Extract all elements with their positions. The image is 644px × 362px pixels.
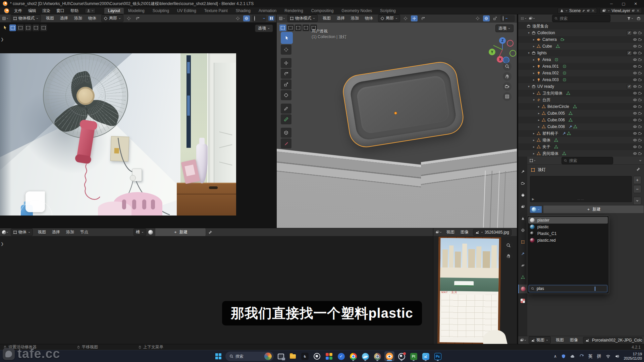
pan-hand-icon[interactable] [503, 72, 512, 81]
menu-item[interactable]: 文件 [11, 7, 25, 14]
properties-tab-modifiers[interactable] [518, 249, 527, 258]
workspace-tab[interactable]: Modeling [124, 8, 148, 14]
slot-expand-arrow[interactable]: ▶ [532, 197, 534, 201]
pause-render-button[interactable] [268, 16, 274, 21]
taskbar-app-blender[interactable] [384, 351, 394, 361]
exclude-checkbox-icon[interactable]: ✓ [627, 84, 632, 89]
shading-material[interactable] [508, 18, 511, 19]
properties-tab-render[interactable] [518, 179, 527, 188]
cloud-icon[interactable] [570, 354, 575, 359]
filter-icon[interactable] [627, 15, 634, 21]
expand-arrow-icon[interactable]: ▸ [532, 132, 536, 135]
viewport-3d[interactable]: 物体模式 视图选择添加物体 局部 选项 [277, 14, 517, 228]
menu-item[interactable]: 节点 [77, 229, 91, 236]
outliner-row[interactable]: ▾Collection✓ [518, 29, 644, 36]
menu-item[interactable]: 物体 [362, 15, 376, 22]
workspace-tab[interactable]: Animation [255, 8, 280, 14]
properties-tab-texture[interactable] [518, 296, 527, 305]
properties-tab-active-tool[interactable] [518, 167, 527, 176]
editor-type-icon[interactable] [2, 229, 9, 235]
workspace-tab[interactable]: Shading [232, 8, 254, 14]
shader-node-editor[interactable]: 物体 视图选择添加节点 槽 ＋新建 ❯ [0, 228, 433, 344]
minimize-button[interactable]: ─ [606, 2, 617, 6]
outliner-row[interactable]: ▸Camera [518, 36, 644, 43]
gizmo-z-axis[interactable]: Z [499, 37, 506, 44]
editor-type-icon[interactable] [2, 15, 9, 21]
taskbar-app-chrome-alt[interactable] [372, 351, 382, 361]
proportional-edit-icon[interactable] [134, 15, 141, 21]
overlays-icon[interactable] [243, 15, 250, 21]
outliner-row[interactable]: ▾UV ready✓ [518, 83, 644, 90]
image-editor-bottom-header[interactable]: 视图 视图图像 Porcelain002_2K-JPG_Color.jp [518, 336, 644, 344]
expand-arrow-icon[interactable]: ▾ [527, 51, 531, 55]
menu-item[interactable]: 视图 [35, 229, 49, 236]
expand-arrow-icon[interactable]: ▸ [532, 152, 536, 155]
properties-tab-material[interactable] [518, 285, 527, 293]
wifi-icon[interactable] [606, 354, 610, 359]
outliner-row[interactable]: ▸房间墙体 [518, 150, 644, 157]
select-mode-invert[interactable] [33, 24, 39, 31]
material-search[interactable] [529, 285, 607, 292]
select-mode-invert[interactable] [303, 24, 309, 31]
workspace-tab[interactable]: Scripting [376, 8, 399, 14]
taskbar-app-task-view[interactable] [276, 351, 286, 361]
slot-specials-button[interactable] [633, 197, 641, 205]
properties-tab-object[interactable] [518, 238, 527, 246]
camera-view-icon[interactable] [503, 82, 512, 91]
navigation-gizmo[interactable]: Z Y X [488, 35, 517, 64]
image-selector[interactable]: Porcelain002_2K-JPG_Color.jp [583, 337, 642, 344]
material-search-input[interactable] [536, 286, 594, 291]
options-dropdown[interactable]: 选项 [255, 24, 273, 32]
show-gizmo-icon[interactable] [234, 15, 241, 21]
select-mode-new[interactable] [9, 24, 16, 31]
taskbar-app-photos[interactable] [421, 351, 431, 361]
expand-arrow-icon[interactable]: ▸ [537, 112, 541, 115]
tool-select-box[interactable] [281, 32, 293, 44]
expand-arrow-icon[interactable]: ▸ [532, 45, 536, 48]
shading-wireframe[interactable] [253, 16, 256, 21]
mode-select[interactable]: 物体模式 [11, 14, 41, 22]
outliner-row[interactable]: ▸Area.003 [518, 76, 644, 83]
taskbar-app-pixpin[interactable] [312, 351, 322, 361]
shading-rendered[interactable] [263, 18, 265, 19]
slot-select[interactable]: 槽 [133, 228, 146, 236]
menu-item[interactable]: 选择 [49, 229, 63, 236]
menu-item[interactable]: 视图 [553, 337, 567, 344]
outliner-search-input[interactable] [559, 16, 597, 21]
pin-icon[interactable] [636, 167, 641, 172]
show-gizmo-icon[interactable] [474, 15, 481, 21]
add-slot-button[interactable]: ＋ [633, 176, 641, 184]
properties-panel[interactable]: 顶灯 ▶ ⋯⋯ ＋ − ＋ 新建 [518, 157, 644, 336]
menu-item[interactable]: 选择 [57, 15, 71, 22]
gizmo-minus-x[interactable] [507, 40, 514, 47]
outliner-row[interactable]: ▸Area.001 [518, 63, 644, 70]
shading-solid[interactable] [257, 18, 259, 19]
menu-item[interactable]: 视图 [43, 15, 57, 22]
tool-scale[interactable] [281, 79, 291, 89]
editor-type-icon[interactable] [529, 158, 536, 164]
browse-material-dropdown[interactable] [530, 206, 542, 213]
close-button[interactable]: ✕ [630, 2, 641, 6]
expand-arrow-icon[interactable]: ▸ [537, 125, 541, 128]
select-mode-intersect[interactable] [40, 24, 47, 31]
properties-search[interactable] [561, 157, 613, 164]
gizmo-y-axis[interactable]: Y [489, 49, 495, 55]
taskbar-app-file-explorer[interactable] [288, 351, 298, 361]
properties-tab-physics[interactable] [518, 261, 527, 270]
exclude-checkbox-icon[interactable]: ✓ [627, 51, 632, 56]
properties-tab-object-data[interactable] [518, 273, 527, 282]
expand-arrow-icon[interactable]: ▸ [532, 65, 536, 68]
outliner-row[interactable]: ▸Cube.005 [518, 110, 644, 117]
expand-arrow-icon[interactable]: ▸ [532, 92, 536, 95]
snap-toggle-icon[interactable] [411, 15, 418, 21]
pan-hand-icon[interactable] [504, 252, 513, 260]
select-mode-new[interactable] [279, 24, 286, 31]
active-tool-cursor-icon[interactable] [3, 25, 7, 31]
ime-pinyin-indicator[interactable]: 拼 [597, 353, 601, 359]
properties-tab-scene[interactable] [518, 214, 527, 223]
shading-rendered[interactable] [512, 18, 514, 19]
tool-fallback-icon[interactable] [85, 8, 96, 13]
menu-item[interactable]: 添加 [348, 15, 362, 22]
menu-item[interactable]: 渲染 [39, 7, 53, 14]
menu-item[interactable]: 编辑 [25, 7, 39, 14]
